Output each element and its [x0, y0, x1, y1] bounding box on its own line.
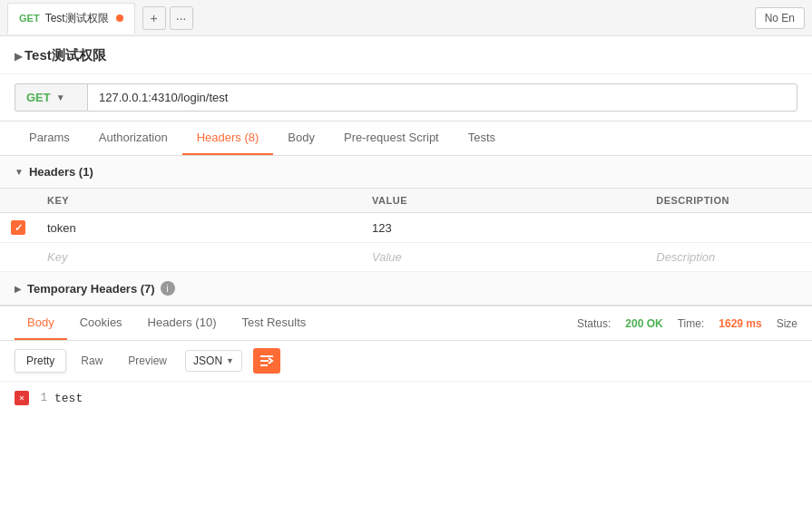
col-checkbox [0, 189, 36, 213]
table-row: token 123 [0, 213, 812, 243]
info-icon[interactable]: i [161, 281, 175, 296]
headers-table: KEY VALUE DESCRIPTION token 123 Key Valu… [0, 189, 812, 272]
status-value: 200 OK [625, 317, 662, 330]
tab-method: GET [19, 13, 40, 24]
toggle-icon[interactable]: ▼ [15, 167, 24, 177]
wrap-icon [259, 354, 274, 367]
col-value: VALUE [361, 189, 645, 213]
tab-body[interactable]: Body [273, 121, 329, 155]
row-checkbox[interactable] [11, 220, 25, 235]
tab-params[interactable]: Params [15, 121, 84, 155]
line-number: 1 [33, 392, 47, 404]
row-key[interactable]: token [36, 213, 361, 243]
row-checkbox-cell [0, 213, 36, 243]
json-format-select[interactable]: JSON ▼ [185, 350, 242, 372]
table-header-row: KEY VALUE DESCRIPTION [0, 189, 812, 213]
url-input[interactable] [87, 83, 797, 112]
raw-button[interactable]: Raw [70, 350, 113, 372]
temporary-headers-section: ▶ Temporary Headers (7) i [0, 272, 812, 306]
preview-button[interactable]: Preview [117, 350, 178, 372]
request-tab[interactable]: GET Test测试权限 [7, 3, 135, 34]
code-line-1: ✕ 1 test [15, 391, 797, 405]
wrap-button[interactable] [253, 348, 280, 374]
line-num-wrap: ✕ 1 [15, 391, 47, 405]
tab-authorization[interactable]: Authorization [84, 121, 182, 155]
tab-headers[interactable]: Headers (8) [182, 121, 274, 155]
temp-headers-title: Temporary Headers (7) [27, 282, 155, 296]
placeholder-checkbox-cell [0, 243, 36, 272]
method-label: GET [26, 91, 51, 104]
unsaved-dot [116, 15, 123, 22]
code-area: ✕ 1 test [0, 382, 812, 414]
add-tab-button[interactable]: + [142, 6, 166, 30]
response-tab-headers[interactable]: Headers (10) [135, 306, 230, 340]
placeholder-description[interactable]: Description [645, 243, 812, 272]
response-nav: Body Cookies Headers (10) Test Results S… [0, 306, 812, 341]
placeholder-value[interactable]: Value [361, 243, 645, 272]
code-content: test [54, 392, 83, 405]
response-tab-body[interactable]: Body [15, 306, 67, 340]
more-tabs-button[interactable]: ··· [170, 6, 193, 30]
tab-pre-request[interactable]: Pre-request Script [329, 121, 454, 155]
tab-actions: + ··· [142, 6, 193, 30]
col-description: DESCRIPTION [645, 189, 812, 213]
tab-name: Test测试权限 [45, 11, 109, 26]
response-toolbar: Pretty Raw Preview JSON ▼ [0, 341, 812, 382]
tab-tests[interactable]: Tests [454, 121, 510, 155]
method-select[interactable]: GET ▼ [15, 83, 87, 112]
pretty-button[interactable]: Pretty [15, 349, 66, 373]
placeholder-row: Key Value Description [0, 243, 812, 272]
response-tab-test-results[interactable]: Test Results [229, 306, 318, 340]
headers-section-header: ▼ Headers (1) [0, 156, 812, 189]
response-status: Status: 200 OK Time: 1629 ms Size [577, 317, 797, 330]
json-format-label: JSON [193, 354, 222, 367]
response-area: Body Cookies Headers (10) Test Results S… [0, 306, 812, 414]
sub-nav: Params Authorization Headers (8) Body Pr… [0, 121, 812, 156]
time-value: 1629 ms [719, 317, 761, 330]
row-description[interactable] [645, 213, 812, 243]
row-value[interactable]: 123 [361, 213, 645, 243]
time-label: Time: [678, 317, 705, 330]
no-env-button[interactable]: No En [755, 7, 805, 29]
temp-toggle-icon[interactable]: ▶ [15, 284, 22, 294]
url-bar: GET ▼ [0, 74, 812, 121]
col-key: KEY [36, 189, 361, 213]
request-title: Test测试权限 [0, 36, 812, 74]
top-tab-bar: GET Test测试权限 + ··· No En [0, 0, 812, 36]
method-chevron: ▼ [56, 92, 65, 102]
status-label: Status: [577, 317, 611, 330]
error-icon: ✕ [15, 391, 29, 405]
headers-section-title: Headers (1) [29, 165, 93, 179]
json-chevron-icon: ▼ [226, 356, 234, 365]
headers-content: ▼ Headers (1) KEY VALUE DESCRIPTION toke… [0, 156, 812, 306]
size-label: Size [777, 317, 797, 330]
placeholder-key[interactable]: Key [36, 243, 361, 272]
response-tab-cookies[interactable]: Cookies [67, 306, 135, 340]
